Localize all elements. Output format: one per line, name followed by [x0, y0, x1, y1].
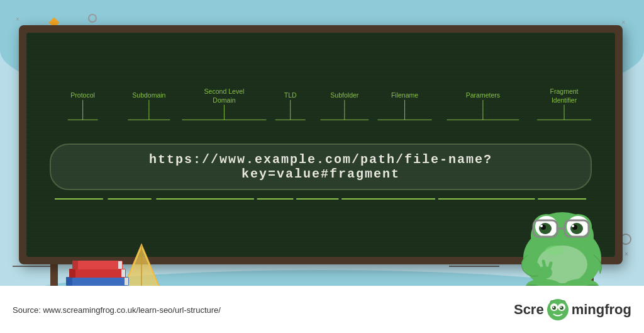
- svg-rect-6: [69, 269, 75, 278]
- deco-hline-right: [449, 266, 499, 267]
- label-subdomain: Subdomain: [133, 91, 166, 99]
- screaming-frog-logo-icon: [547, 298, 569, 321]
- svg-rect-11: [118, 261, 122, 269]
- label-fragment: Fragment: [550, 87, 579, 95]
- label-protocol: Protocol: [71, 91, 96, 99]
- svg-point-26: [572, 225, 574, 227]
- svg-point-67: [560, 306, 564, 310]
- logo-text-left: Scre: [514, 302, 544, 318]
- logo-area: Scre mingfrog: [514, 298, 631, 321]
- label-filename: Filename: [391, 91, 418, 99]
- deco-x-topleft: ×: [16, 16, 19, 23]
- svg-rect-4: [66, 277, 72, 286]
- deco-circle-top: [88, 14, 97, 23]
- svg-rect-5: [69, 269, 126, 278]
- svg-rect-3: [66, 277, 129, 286]
- label-second-level: Second Level: [204, 87, 245, 95]
- deco-x-rightmid: ×: [625, 251, 628, 257]
- labels-row: Protocol Subdomain Second Level Domain T…: [50, 86, 591, 140]
- svg-text:Identifier: Identifier: [552, 96, 577, 104]
- svg-rect-9: [125, 278, 128, 285]
- svg-rect-8: [72, 261, 78, 269]
- svg-point-66: [552, 306, 556, 310]
- svg-line-29: [537, 264, 540, 269]
- svg-line-31: [550, 263, 551, 268]
- source-prefix: Source:: [13, 305, 43, 315]
- svg-point-68: [552, 306, 553, 307]
- label-tld: TLD: [284, 91, 297, 99]
- url-display-box: https://www.example.com/path/file-name?k…: [50, 144, 591, 190]
- svg-point-36: [545, 246, 564, 256]
- svg-rect-7: [72, 261, 123, 269]
- source-url: www.screamingfrog.co.uk/learn-seo/url-st…: [43, 305, 221, 315]
- svg-line-30: [543, 261, 545, 266]
- label-parameters: Parameters: [466, 91, 500, 99]
- source-attribution: Source: www.screamingfrog.co.uk/learn-se…: [13, 304, 221, 315]
- frog-decoration: [512, 189, 613, 298]
- svg-point-25: [540, 225, 543, 227]
- url-underlines: [50, 196, 591, 204]
- url-text: https://www.example.com/path/file-name?k…: [70, 152, 571, 181]
- source-text: Source: www.screamingfrog.co.uk/learn-se…: [13, 305, 221, 315]
- deco-hline-left: [13, 266, 50, 267]
- svg-rect-10: [121, 269, 125, 277]
- svg-point-69: [560, 306, 561, 307]
- bottom-bar: Source: www.screamingfrog.co.uk/learn-se…: [0, 286, 644, 333]
- svg-text:Domain: Domain: [213, 96, 236, 104]
- logo-text-right: mingfrog: [572, 302, 631, 318]
- label-subfolder: Subfolder: [331, 91, 360, 99]
- blackboard-leg-left: [50, 262, 58, 287]
